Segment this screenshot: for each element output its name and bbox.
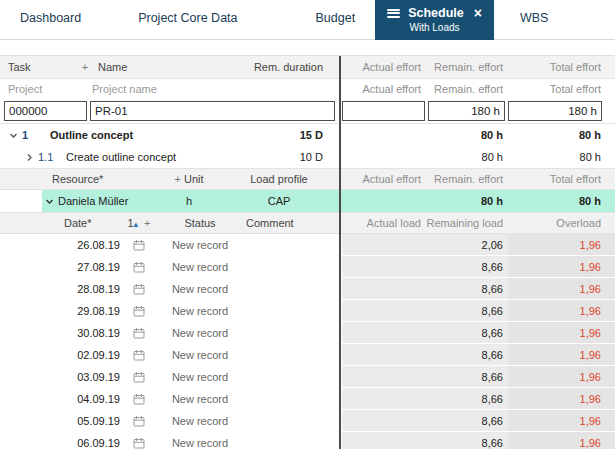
sort-asc-icon: ▴ bbox=[134, 219, 139, 229]
task-number: 1 bbox=[22, 129, 42, 141]
remain-effort-column-header: Remain. effort bbox=[426, 173, 508, 185]
calendar-icon[interactable] bbox=[122, 283, 156, 295]
load-status: New record bbox=[156, 393, 244, 405]
load-row[interactable]: 04.09.19 New record 8,66 1,96 bbox=[0, 388, 615, 410]
load-date: 28.08.19 bbox=[52, 283, 122, 295]
load-row[interactable]: 02.09.19 New record 8,66 1,96 bbox=[0, 344, 615, 366]
add-task-icon[interactable]: + bbox=[78, 61, 92, 73]
load-status: New record bbox=[156, 349, 244, 361]
project-remain-effort-field[interactable] bbox=[428, 101, 505, 121]
resource-column-header: Resource* bbox=[0, 173, 159, 185]
load-date: 05.09.19 bbox=[52, 415, 122, 427]
load-overload: 1,96 bbox=[508, 366, 615, 388]
load-date: 04.09.19 bbox=[52, 393, 122, 405]
project-label-row: Project Project name Actual effort Remai… bbox=[0, 79, 615, 98]
project-name-field[interactable] bbox=[90, 101, 335, 121]
sort-indicator[interactable]: 1▴+ bbox=[122, 217, 156, 229]
load-row[interactable]: 28.08.19 New record 8,66 1,96 bbox=[0, 278, 615, 300]
load-remaining: 8,66 bbox=[426, 344, 508, 366]
load-actual bbox=[342, 388, 426, 410]
load-row[interactable]: 29.08.19 New record 8,66 1,96 bbox=[0, 300, 615, 322]
tab-wbs[interactable]: WBS bbox=[520, 0, 548, 25]
task-name: Create outline concept bbox=[58, 151, 229, 163]
load-actual bbox=[342, 410, 426, 432]
load-date: 30.08.19 bbox=[52, 327, 122, 339]
calendar-icon[interactable] bbox=[122, 371, 156, 383]
project-actual-effort-field[interactable] bbox=[342, 101, 425, 121]
resource-name: Daniela Müller bbox=[54, 195, 159, 207]
task-header-row: Task + Name Rem. duration Actual effort … bbox=[0, 56, 615, 79]
resource-row[interactable]: Daniela Müller h CAP 80 h 80 h bbox=[0, 190, 615, 212]
load-row[interactable]: 05.09.19 New record 8,66 1,96 bbox=[0, 410, 615, 432]
chevron-down-icon[interactable] bbox=[8, 130, 18, 140]
load-row[interactable]: 06.09.19 New record 8,66 1,96 bbox=[0, 432, 615, 449]
load-actual bbox=[342, 432, 426, 449]
load-overload: 1,96 bbox=[508, 300, 615, 322]
close-tab-icon[interactable]: × bbox=[474, 8, 482, 18]
project-total-effort-field[interactable] bbox=[508, 101, 602, 121]
name-column-header: Name bbox=[92, 61, 229, 73]
resource-total-effort: 80 h bbox=[508, 195, 615, 207]
remain-effort-column-header: Remain. effort bbox=[426, 61, 508, 73]
tab-bar: Dashboard Project Core Data Budget Sched… bbox=[0, 0, 615, 40]
chevron-down-icon[interactable] bbox=[44, 196, 54, 206]
load-date: 06.09.19 bbox=[52, 437, 122, 449]
resource-indent bbox=[0, 190, 42, 212]
tab-schedule-label: Schedule bbox=[408, 6, 464, 20]
load-overload: 1,96 bbox=[508, 388, 615, 410]
load-row[interactable]: 27.08.19 New record 8,66 1,96 bbox=[0, 256, 615, 278]
task-row-1-1[interactable]: 1.1 Create outline concept 10 D 80 h 80 … bbox=[0, 146, 615, 168]
task-rem-duration: 10 D bbox=[229, 151, 339, 163]
date-column-header: Date* bbox=[52, 217, 122, 229]
tab-schedule[interactable]: Schedule × With Loads bbox=[375, 0, 494, 40]
calendar-icon[interactable] bbox=[122, 261, 156, 273]
resource-unit: h bbox=[159, 195, 219, 207]
load-row[interactable]: 03.09.19 New record 8,66 1,96 bbox=[0, 366, 615, 388]
schedule-grid: Task + Name Rem. duration Actual effort … bbox=[0, 55, 615, 449]
actual-effort-label: Actual effort bbox=[342, 83, 426, 95]
load-date: 29.08.19 bbox=[52, 305, 122, 317]
load-actual bbox=[342, 256, 426, 278]
calendar-icon[interactable] bbox=[122, 393, 156, 405]
load-row[interactable]: 30.08.19 New record 8,66 1,96 bbox=[0, 322, 615, 344]
status-column-header: Status bbox=[156, 217, 244, 229]
pane-divider[interactable] bbox=[339, 56, 341, 449]
calendar-icon[interactable] bbox=[122, 239, 156, 251]
menu-icon[interactable] bbox=[387, 9, 400, 18]
total-effort-column-header: Total effort bbox=[508, 61, 615, 73]
calendar-icon[interactable] bbox=[122, 349, 156, 361]
tab-dashboard[interactable]: Dashboard bbox=[20, 0, 81, 25]
load-actual bbox=[342, 234, 426, 256]
load-date: 26.08.19 bbox=[52, 239, 122, 251]
total-effort-label: Total effort bbox=[508, 83, 615, 95]
load-overload: 1,96 bbox=[508, 410, 615, 432]
load-remaining: 8,66 bbox=[426, 322, 508, 344]
task-remain-effort: 80 h bbox=[426, 151, 508, 163]
tab-budget[interactable]: Budget bbox=[316, 0, 356, 25]
calendar-icon[interactable] bbox=[122, 305, 156, 317]
resource-remain-effort: 80 h bbox=[426, 195, 508, 207]
load-date: 03.09.19 bbox=[52, 371, 122, 383]
load-remaining: 8,66 bbox=[426, 388, 508, 410]
calendar-icon[interactable] bbox=[122, 415, 156, 427]
task-total-effort: 80 h bbox=[508, 129, 615, 141]
project-id-field[interactable] bbox=[4, 101, 87, 121]
add-resource-icon[interactable]: + bbox=[174, 173, 180, 185]
load-rows: 26.08.19 New record 2,06 1,96 bbox=[0, 234, 615, 449]
load-status: New record bbox=[156, 305, 244, 317]
resource-load-profile: CAP bbox=[219, 195, 339, 207]
task-rem-duration: 15 D bbox=[229, 129, 339, 141]
tab-project-core-data[interactable]: Project Core Data bbox=[138, 0, 237, 25]
load-profile-column-header: Load profile bbox=[219, 173, 339, 185]
remain-effort-label: Remain. effort bbox=[426, 83, 508, 95]
calendar-icon[interactable] bbox=[122, 437, 156, 449]
load-overload: 1,96 bbox=[508, 278, 615, 300]
add-date-icon[interactable]: + bbox=[144, 217, 150, 229]
chevron-right-icon[interactable] bbox=[24, 152, 34, 162]
load-overload: 1,96 bbox=[508, 234, 615, 256]
calendar-icon[interactable] bbox=[122, 327, 156, 339]
task-column-header: Task bbox=[0, 61, 78, 73]
load-row[interactable]: 26.08.19 New record 2,06 1,96 bbox=[0, 234, 615, 256]
load-overload: 1,96 bbox=[508, 432, 615, 449]
task-row-1[interactable]: 1 Outline concept 15 D 80 h 80 h bbox=[0, 124, 615, 146]
